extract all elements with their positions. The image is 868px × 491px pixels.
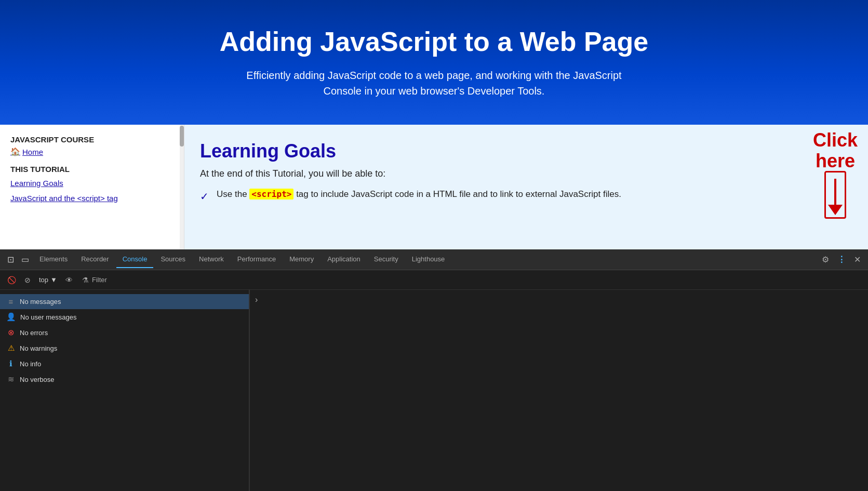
info-label: No info (20, 360, 41, 368)
console-subtoolbar: 🚫 ⊘ top ▼ 👁 ⚗ Filter (0, 270, 868, 290)
filter-icon: ⚗ (82, 276, 89, 284)
clear-console-btn[interactable]: 🚫 (4, 274, 19, 286)
context-label: top (39, 276, 48, 284)
filter-no-verbose[interactable]: ≋ No verbose (0, 371, 249, 387)
inspect-icon: ⊡ (7, 255, 14, 264)
inspect-icon-btn[interactable]: ⊡ (4, 253, 17, 267)
sidebar: JAVASCRIPT COURSE 🏠 Home THIS TUTORIAL L… (0, 125, 184, 249)
main-content: Learning Goals At the end of this Tutori… (184, 125, 868, 249)
page-title: Adding JavaScript to a Web Page (220, 26, 648, 57)
errors-label: No errors (20, 329, 48, 337)
script-tag-highlight: <script> (249, 189, 293, 200)
filter-no-errors[interactable]: ⊗ No errors (0, 325, 249, 340)
click-here-text: Click here (813, 130, 858, 171)
learning-goals-subtitle: At the end of this Tutorial, you will be… (200, 168, 852, 179)
console-left-panel: ≡ No messages 👤 No user messages ⊗ No er… (0, 290, 249, 491)
arrow-line (834, 179, 836, 205)
eye-icon-btn[interactable]: 👁 (62, 274, 76, 286)
learning-goal-item: ✓ Use the <script> tag to include JavaSc… (200, 188, 852, 204)
tab-network[interactable]: Network (193, 251, 230, 268)
user-messages-label: No user messages (20, 313, 76, 321)
tab-performance[interactable]: Performance (231, 251, 282, 268)
scrollbar-track[interactable] (180, 125, 184, 249)
tutorial-label: THIS TUTORIAL (10, 165, 173, 174)
scrollbar-thumb[interactable] (180, 126, 184, 147)
filter-no-messages[interactable]: ≡ No messages (0, 294, 249, 309)
arrow-box (824, 171, 846, 219)
clear-icon: 🚫 (7, 276, 16, 284)
sidebar-link-script-tag[interactable]: JavaScript and the <script> tag (10, 193, 173, 204)
tab-lighthouse[interactable]: Lighthouse (406, 251, 451, 268)
messages-label: No messages (20, 298, 61, 306)
home-link[interactable]: 🏠 Home (10, 147, 173, 156)
warnings-icon: ⚠ (6, 343, 16, 353)
devtools-area: ⊡ ▭ Elements Recorder Console Sources Ne… (0, 249, 868, 491)
console-expand-arrow[interactable]: › (255, 295, 258, 304)
tab-console[interactable]: Console (116, 251, 154, 268)
learning-goals-title: Learning Goals (200, 140, 852, 162)
filter-area: ⚗ Filter (78, 275, 111, 285)
tab-recorder[interactable]: Recorder (75, 251, 115, 268)
console-right-panel: › (250, 290, 868, 491)
goal-text: Use the <script> tag to include JavaScri… (217, 188, 621, 201)
device-icon-btn[interactable]: ▭ (18, 253, 32, 267)
tab-security[interactable]: Security (368, 251, 405, 268)
content-area: JAVASCRIPT COURSE 🏠 Home THIS TUTORIAL L… (0, 125, 868, 249)
hero-banner: Adding JavaScript to a Web Page Efficien… (0, 0, 868, 125)
dropdown-chevron-icon: ▼ (50, 276, 57, 284)
filter-toggle-icon: ⊘ (24, 276, 31, 284)
home-icon: 🏠 (10, 147, 20, 156)
arrow-down (828, 179, 843, 215)
verbose-icon: ≋ (6, 375, 16, 384)
devtools-toolbar: ⊡ ▭ Elements Recorder Console Sources Ne… (0, 249, 868, 270)
devtools-right-icons: ⚙ ⋮ ✕ (819, 253, 864, 267)
tab-application[interactable]: Application (321, 251, 367, 268)
close-icon-btn[interactable]: ✕ (851, 253, 864, 267)
settings-icon-btn[interactable]: ⚙ (819, 253, 832, 267)
tab-memory[interactable]: Memory (283, 251, 320, 268)
context-dropdown[interactable]: top ▼ (36, 275, 60, 285)
filter-no-user-messages[interactable]: 👤 No user messages (0, 309, 249, 325)
filter-no-warnings[interactable]: ⚠ No warnings (0, 340, 249, 356)
errors-icon: ⊗ (6, 328, 16, 337)
page-subtitle: Efficiently adding JavaScript code to a … (226, 68, 642, 99)
console-content: ≡ No messages 👤 No user messages ⊗ No er… (0, 290, 868, 491)
sidebar-link-learning-goals[interactable]: Learning Goals (10, 178, 173, 189)
device-icon: ▭ (21, 255, 29, 264)
click-here-annotation: Click here (813, 130, 858, 219)
warnings-label: No warnings (20, 344, 57, 352)
arrow-head (828, 205, 843, 215)
messages-icon: ≡ (6, 297, 16, 306)
webpage-area: Adding JavaScript to a Web Page Efficien… (0, 0, 868, 249)
tab-elements[interactable]: Elements (33, 251, 74, 268)
course-label: JAVASCRIPT COURSE (10, 135, 173, 144)
info-icon: ℹ (6, 359, 16, 368)
user-messages-icon: 👤 (6, 312, 16, 322)
filter-no-info[interactable]: ℹ No info (0, 356, 249, 371)
verbose-label: No verbose (20, 376, 54, 383)
eye-icon: 👁 (65, 276, 73, 284)
more-icon-btn[interactable]: ⋮ (834, 253, 849, 267)
tab-sources[interactable]: Sources (154, 251, 192, 268)
checkmark-icon: ✓ (200, 189, 210, 204)
filter-toggle-btn[interactable]: ⊘ (21, 274, 34, 286)
filter-label: Filter (92, 276, 107, 284)
